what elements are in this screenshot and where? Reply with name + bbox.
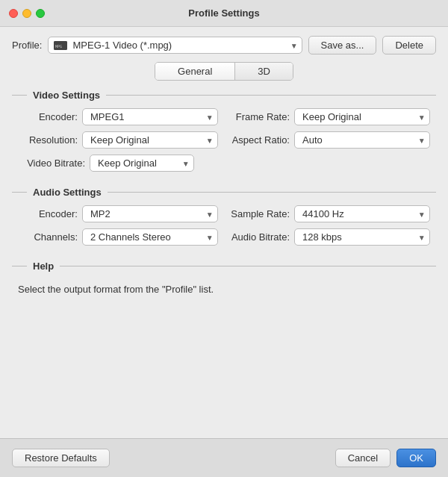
video-settings-title: Video Settings (33, 90, 100, 101)
encoder-select[interactable]: MPEG1 MPEG2 H.264 (82, 108, 218, 125)
aspect-ratio-select[interactable]: Auto 4:3 16:9 (294, 131, 430, 149)
help-title: Help (33, 261, 54, 272)
audio-bitrate-select-wrapper: 128 kbps 64 kbps 192 kbps 256 kbps ▾ (294, 228, 430, 246)
sample-rate-label: Sample Rate: (230, 208, 290, 219)
profile-select-wrapper: MPG MPEG-1 Video (*.mpg) MPEG-2 Video (*… (48, 37, 302, 54)
audio-encoder-select[interactable]: MP2 MP3 AAC (82, 205, 218, 222)
video-settings-header: Video Settings (12, 90, 436, 101)
delete-button[interactable]: Delete (382, 36, 436, 54)
sample-rate-select-wrapper: 44100 Hz 22050 Hz 48000 Hz ▾ (294, 205, 430, 222)
video-form-grid: Encoder: MPEG1 MPEG2 H.264 ▾ Frame Rate:… (12, 108, 436, 149)
tab-3d[interactable]: 3D (235, 63, 293, 80)
ok-button[interactable]: OK (396, 449, 436, 467)
profile-row: Profile: MPG MPEG-1 Video (*.mpg) MPEG-2… (12, 36, 436, 54)
help-section-line-left (12, 266, 27, 266)
audio-bitrate-label: Audio Bitrate: (230, 231, 290, 243)
cancel-button[interactable]: Cancel (335, 449, 391, 467)
video-bitrate-select[interactable]: Keep Original 500 kbps 1000 kbps 2000 kb… (90, 155, 194, 172)
help-section: Help Select the output format from the "… (12, 261, 436, 295)
help-section-line-right (60, 266, 436, 266)
audio-section-line-left (12, 192, 27, 193)
save-as-button[interactable]: Save as... (308, 36, 377, 54)
maximize-button[interactable] (36, 9, 45, 18)
aspect-ratio-label: Aspect Ratio: (230, 134, 290, 146)
tab-group: General 3D (155, 62, 293, 81)
tabs-row: General 3D (12, 62, 436, 81)
encoder-select-wrapper: MPEG1 MPEG2 H.264 ▾ (82, 108, 218, 125)
sample-rate-select[interactable]: 44100 Hz 22050 Hz 48000 Hz (294, 205, 430, 222)
audio-encoder-row: Encoder: MP2 MP3 AAC ▾ (18, 205, 218, 222)
restore-defaults-button[interactable]: Restore Defaults (12, 449, 110, 467)
frame-rate-select[interactable]: Keep Original 24 25 30 (294, 108, 430, 125)
close-button[interactable] (9, 9, 18, 18)
channels-row: Channels: 2 Channels Stereo Mono Stereo … (18, 228, 218, 246)
traffic-lights (9, 9, 45, 18)
aspect-ratio-row: Aspect Ratio: Auto 4:3 16:9 ▾ (230, 131, 430, 149)
footer: Restore Defaults Cancel OK (0, 438, 448, 477)
audio-settings-title: Audio Settings (33, 187, 102, 198)
main-content: Profile: MPG MPEG-1 Video (*.mpg) MPEG-2… (0, 27, 448, 438)
help-text: Select the output format from the "Profi… (12, 279, 436, 295)
resolution-select[interactable]: Keep Original 1280x720 1920x1080 (82, 131, 218, 149)
footer-right: Cancel OK (335, 449, 436, 467)
frame-rate-label: Frame Rate: (230, 111, 290, 122)
video-bitrate-select-wrapper: Keep Original 500 kbps 1000 kbps 2000 kb… (90, 155, 194, 172)
audio-bitrate-row: Audio Bitrate: 128 kbps 64 kbps 192 kbps… (230, 228, 430, 246)
audio-section-line-right (108, 192, 436, 193)
resolution-select-wrapper: Keep Original 1280x720 1920x1080 ▾ (82, 131, 218, 149)
profile-label: Profile: (12, 40, 42, 51)
title-bar: Profile Settings (0, 0, 448, 27)
window-title: Profile Settings (188, 7, 259, 19)
encoder-label: Encoder: (18, 111, 78, 122)
video-settings-section: Video Settings Encoder: MPEG1 MPEG2 H.26… (12, 90, 436, 172)
audio-form-grid: Encoder: MP2 MP3 AAC ▾ Sample Rate: 4410… (12, 205, 436, 246)
resolution-label: Resolution: (18, 134, 78, 146)
channels-select[interactable]: 2 Channels Stereo Mono Stereo (82, 228, 218, 246)
help-header: Help (12, 261, 436, 272)
aspect-ratio-select-wrapper: Auto 4:3 16:9 ▾ (294, 131, 430, 149)
encoder-row: Encoder: MPEG1 MPEG2 H.264 ▾ (18, 108, 218, 125)
audio-encoder-label: Encoder: (18, 208, 78, 219)
audio-encoder-select-wrapper: MP2 MP3 AAC ▾ (82, 205, 218, 222)
video-bitrate-label: Video Bitrate: (18, 158, 85, 169)
frame-rate-select-wrapper: Keep Original 24 25 30 ▾ (294, 108, 430, 125)
section-line-right (106, 95, 436, 96)
channels-label: Channels: (18, 231, 78, 243)
profile-select[interactable]: MPEG-1 Video (*.mpg) MPEG-2 Video (*.mpg… (48, 37, 302, 54)
tab-general[interactable]: General (155, 63, 235, 80)
section-line-left (12, 95, 27, 96)
audio-settings-section: Audio Settings Encoder: MP2 MP3 AAC ▾ Sa… (12, 187, 436, 246)
resolution-row: Resolution: Keep Original 1280x720 1920x… (18, 131, 218, 149)
channels-select-wrapper: 2 Channels Stereo Mono Stereo ▾ (82, 228, 218, 246)
sample-rate-row: Sample Rate: 44100 Hz 22050 Hz 48000 Hz … (230, 205, 430, 222)
audio-bitrate-select[interactable]: 128 kbps 64 kbps 192 kbps 256 kbps (294, 228, 430, 246)
video-bitrate-row: Video Bitrate: Keep Original 500 kbps 10… (12, 155, 436, 172)
audio-settings-header: Audio Settings (12, 187, 436, 198)
frame-rate-row: Frame Rate: Keep Original 24 25 30 ▾ (230, 108, 430, 125)
minimize-button[interactable] (22, 9, 31, 18)
